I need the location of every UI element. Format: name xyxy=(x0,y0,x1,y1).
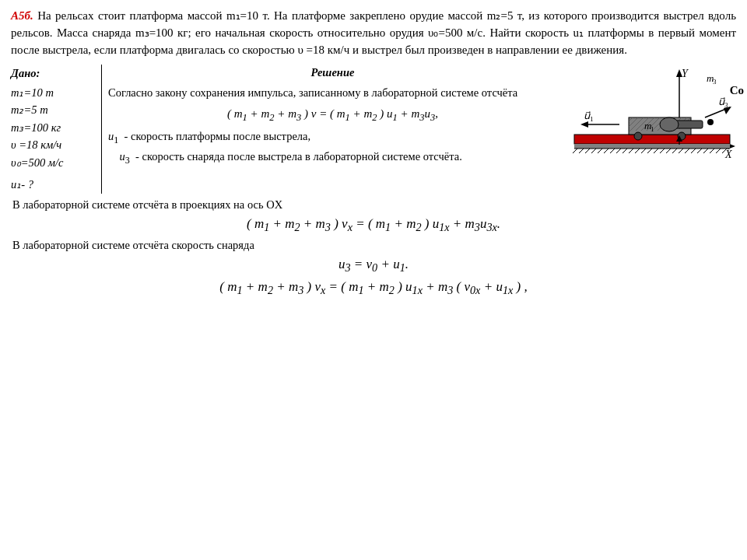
svg-text:1: 1 xyxy=(651,125,654,133)
svg-rect-6 xyxy=(574,135,730,144)
svg-line-23 xyxy=(660,149,665,153)
svg-line-9 xyxy=(573,149,577,153)
big-formula-2: ( m1 + m2 + m3 ) vx = ( m1 + m2 ) u1x + … xyxy=(11,279,736,297)
svg-line-20 xyxy=(641,149,646,153)
svg-line-18 xyxy=(629,149,633,153)
u3-description: u3 - скорость снаряда после выстрела в л… xyxy=(108,149,557,167)
svg-line-19 xyxy=(635,149,640,153)
svg-line-13 xyxy=(598,149,602,153)
svg-line-32 xyxy=(716,149,721,153)
u3-formula: u3 = v0 + u1. xyxy=(11,257,736,275)
svg-marker-56 xyxy=(580,121,588,128)
problem-text: На рельсах стоит платформа массой m₁=10 … xyxy=(11,9,736,56)
bottom-section: В лабораторной системе отсчёта в проекци… xyxy=(11,198,736,298)
svg-line-15 xyxy=(610,149,615,153)
diagram-block: Y X xyxy=(566,65,736,166)
solution-heading: Решение xyxy=(108,65,557,82)
svg-point-50 xyxy=(660,117,679,131)
svg-line-27 xyxy=(685,149,689,153)
solution-para1: Согласно закону сохранения импульса, зап… xyxy=(108,85,557,102)
svg-text:3: 3 xyxy=(713,78,717,86)
svg-text:3: 3 xyxy=(724,101,728,109)
svg-line-29 xyxy=(697,149,702,153)
problem-statement: А5б. На рельсах стоит платформа массой m… xyxy=(11,8,736,58)
big-formula-1: ( m1 + m2 + m3 ) vx = ( m1 + m2 ) u1x + … xyxy=(11,216,736,234)
svg-line-28 xyxy=(691,149,696,153)
svg-text:X: X xyxy=(724,149,732,160)
given-m1: m₁=10 т xyxy=(11,84,90,101)
lab-velocity-label: В лабораторной системе отсчёта скорость … xyxy=(11,239,736,252)
svg-line-21 xyxy=(647,149,652,153)
svg-text:Y: Y xyxy=(682,68,689,79)
svg-text:1: 1 xyxy=(590,115,594,123)
u1-description: u1 - скорость платформы после выстрела, xyxy=(108,128,557,147)
svg-line-10 xyxy=(579,149,584,153)
svg-line-22 xyxy=(654,149,658,153)
given-block: Дано: m₁=10 т m₂=5 т m₃=100 кг υ =18 км/… xyxy=(11,65,95,193)
svg-line-11 xyxy=(585,149,590,153)
svg-line-24 xyxy=(666,149,671,153)
svg-point-63 xyxy=(707,119,714,125)
svg-line-14 xyxy=(604,149,608,153)
corner-label: Co xyxy=(730,84,744,97)
diagram-svg: Y X xyxy=(566,65,736,166)
given-separator xyxy=(101,65,102,193)
svg-rect-7 xyxy=(574,144,730,149)
svg-line-16 xyxy=(616,149,621,153)
svg-line-26 xyxy=(679,149,683,153)
given-find: u₁- ? xyxy=(11,176,90,193)
formula-impulse: ( m1 + m2 + m3 ) v = ( m1 + m2 ) u1 + m3… xyxy=(108,105,557,125)
solution-text: Решение Согласно закону сохранения импул… xyxy=(108,65,563,193)
given-title: Дано: xyxy=(11,65,90,82)
problem-label: А5б. xyxy=(11,9,33,22)
given-m3: m₃=100 кг xyxy=(11,119,90,136)
svg-line-31 xyxy=(710,149,714,153)
given-v0: υ₀=500 м/с xyxy=(11,154,90,171)
svg-line-17 xyxy=(622,149,627,153)
svg-point-47 xyxy=(634,132,642,140)
svg-line-30 xyxy=(703,149,708,153)
given-v: υ =18 км/ч xyxy=(11,136,90,153)
given-m2: m₂=5 т xyxy=(11,101,90,118)
svg-line-12 xyxy=(591,149,596,153)
svg-line-25 xyxy=(672,149,677,153)
lab-projection-label: В лабораторной системе отсчёта в проекци… xyxy=(11,198,736,212)
